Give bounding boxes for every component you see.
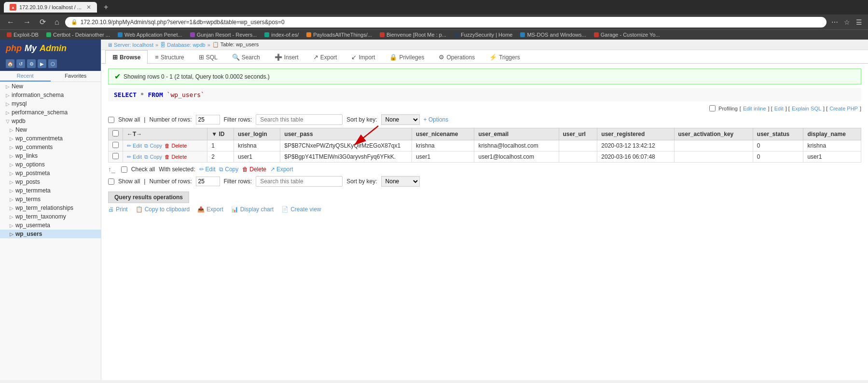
tab-triggers[interactable]: ⚡ Triggers: [482, 50, 527, 64]
bookmark-exploit-db[interactable]: Exploit-DB: [4, 31, 41, 39]
sidebar-settings-icon[interactable]: ⚙: [27, 59, 36, 68]
bookmark-fuzzysec[interactable]: FuzzySecurity | Home: [451, 31, 515, 39]
sort-by-key-select-top[interactable]: None: [381, 114, 420, 125]
sidebar-item-wp-termmeta[interactable]: ▷ wp_termmeta: [0, 186, 101, 195]
bookmark-rootme[interactable]: Bienvenue [Root Me : p...: [377, 31, 449, 39]
qr-print-button[interactable]: 🖨 Print: [108, 206, 128, 213]
sidebar-item-wp-posts[interactable]: ▷ wp_posts: [0, 178, 101, 186]
options-link[interactable]: + Options: [424, 116, 449, 123]
tab-export[interactable]: ↗ Export: [306, 50, 344, 64]
col-header-user-email[interactable]: user_email: [474, 128, 559, 140]
show-all-checkbox-top[interactable]: [108, 117, 114, 123]
col-header-user-activation-key[interactable]: user_activation_key: [674, 128, 753, 140]
sidebar-item-wp-commentmeta[interactable]: ▷ wp_commentmeta: [0, 134, 101, 143]
sidebar-item-wp-postmeta[interactable]: ▷ wp_postmeta: [0, 169, 101, 178]
copy-link-1[interactable]: ⧉ Copy: [144, 143, 162, 149]
tab-close-btn[interactable]: ✕: [86, 4, 91, 11]
ws-delete-button[interactable]: 🗑 Delete: [242, 166, 266, 173]
ws-edit-button[interactable]: ✏ Edit: [199, 166, 216, 173]
tab-operations[interactable]: ⚙ Operations: [431, 50, 482, 64]
sidebar-exit-icon[interactable]: ⬡: [48, 59, 57, 68]
back-button[interactable]: ←: [4, 17, 17, 27]
browser-tab[interactable]: ▲ 172.20.10.9 / localhost / ... ✕: [4, 2, 97, 13]
tab-search[interactable]: 🔍 Search: [225, 50, 267, 64]
sidebar-item-mysql[interactable]: ▷ mysql: [0, 99, 101, 108]
qr-create-view-button[interactable]: 📄 Create view: [281, 206, 321, 213]
row-select-checkbox-2[interactable]: [112, 153, 119, 159]
sidebar-item-information-schema[interactable]: ▷ information_schema: [0, 91, 101, 99]
sort-by-key-select-bottom[interactable]: None: [381, 176, 420, 187]
qr-export-button[interactable]: 📤 Export: [197, 206, 223, 213]
check-all-checkbox[interactable]: [121, 166, 127, 173]
bookmark-indexof[interactable]: index-of.es/: [262, 31, 302, 39]
row-checkbox-1[interactable]: [109, 140, 123, 151]
breadcrumb-database[interactable]: 🗄 Database: wpdb: [160, 42, 206, 48]
row-checkbox-2[interactable]: [109, 151, 123, 163]
edit-link[interactable]: Edit: [774, 106, 784, 111]
edit-link-1[interactable]: ✏ Edit: [127, 143, 142, 149]
ws-copy-button[interactable]: ⧉ Copy: [219, 166, 238, 173]
filter-rows-input-top[interactable]: [256, 114, 343, 125]
address-bar[interactable]: 🔒 172.20.10.9/phpMyAdmin/sql.php?server=…: [65, 17, 827, 27]
col-header-user-login[interactable]: user_login: [234, 128, 280, 140]
sidebar-item-performance-schema[interactable]: ▷ performance_schema: [0, 108, 101, 117]
bookmark-msdos[interactable]: MS-DOS and Windows...: [517, 31, 589, 39]
tab-import[interactable]: ↙ Import: [344, 50, 382, 64]
number-rows-input-bottom[interactable]: [196, 177, 220, 186]
tab-sql[interactable]: ⊞ SQL: [192, 50, 225, 64]
bookmark-garage[interactable]: Garage - Customize Yo...: [591, 31, 663, 39]
bookmark-button[interactable]: ☆: [842, 17, 852, 27]
sidebar-item-wp-links[interactable]: ▷ wp_links: [0, 151, 101, 160]
tab-insert[interactable]: ➕ Insert: [267, 50, 306, 64]
check-all-label[interactable]: Check all: [131, 166, 155, 173]
ws-export-button[interactable]: ↗ Export: [270, 166, 293, 173]
new-tab-button[interactable]: +: [101, 3, 111, 12]
sidebar-item-wp-term-relationships[interactable]: ▷ wp_term_relationships: [0, 204, 101, 212]
tab-browse[interactable]: ⊞ Browse: [105, 50, 148, 64]
qr-display-chart-button[interactable]: 📊 Display chart: [231, 206, 274, 213]
bookmark-certbot[interactable]: Certbot - Debianother ...: [43, 31, 113, 39]
col-header-display-name[interactable]: display_name: [803, 128, 861, 140]
sidebar-item-wp-comments[interactable]: ▷ wp_comments: [0, 143, 101, 151]
bookmark-payloads[interactable]: PayloadsAllTheThings/...: [303, 31, 375, 39]
col-header-user-nicename[interactable]: user_nicename: [412, 128, 474, 140]
bookmark-gunjan[interactable]: Gunjan Resort - Revers...: [187, 31, 260, 39]
sidebar-console-icon[interactable]: ▶: [38, 59, 46, 68]
sidebar-tab-recent[interactable]: Recent: [0, 71, 51, 82]
sidebar-item-wp-terms[interactable]: ▷ wp_terms: [0, 195, 101, 204]
breadcrumb-server[interactable]: 🖥 Server: localhost: [107, 42, 153, 48]
select-all-checkbox[interactable]: [112, 130, 119, 137]
sidebar-item-wpdb[interactable]: ▽ wpdb: [0, 117, 101, 125]
sidebar-item-wp-term-taxonomy[interactable]: ▷ wp_term_taxonomy: [0, 212, 101, 221]
create-php-link[interactable]: Create PHP: [829, 106, 858, 111]
delete-link-2[interactable]: 🗑 Delete: [165, 154, 187, 160]
delete-link-1[interactable]: 🗑 Delete: [165, 143, 187, 149]
col-header-user-pass[interactable]: user_pass: [280, 128, 412, 140]
show-all-checkbox-bottom[interactable]: [108, 178, 114, 185]
home-button[interactable]: ⌂: [52, 17, 62, 27]
qr-copy-clipboard-button[interactable]: 📋 Copy to clipboard: [136, 206, 190, 213]
filter-rows-input-bottom[interactable]: [256, 176, 343, 187]
sidebar-item-new-wpdb[interactable]: ▷ New: [0, 125, 101, 134]
sidebar-tab-favorites[interactable]: Favorites: [51, 71, 101, 82]
sidebar-refresh-icon[interactable]: ↺: [16, 59, 25, 68]
col-header-id[interactable]: ▼ ID: [207, 128, 234, 140]
col-header-user-registered[interactable]: user_registered: [597, 128, 674, 140]
number-rows-input-top[interactable]: [196, 115, 220, 124]
row-select-checkbox-1[interactable]: [112, 142, 119, 148]
profiling-checkbox[interactable]: [709, 105, 716, 111]
col-header-user-url[interactable]: user_url: [559, 128, 597, 140]
tab-structure[interactable]: ≡ Structure: [148, 50, 191, 64]
sidebar-home-icon[interactable]: 🏠: [6, 59, 14, 68]
edit-inline-link[interactable]: Edit inline: [743, 106, 766, 111]
tab-privileges[interactable]: 🔒 Privileges: [382, 50, 431, 64]
sidebar-item-wp-options[interactable]: ▷ wp_options: [0, 160, 101, 169]
col-header-user-status[interactable]: user_status: [753, 128, 803, 140]
sidebar-item-wp-usermeta[interactable]: ▷ wp_usermeta: [0, 221, 101, 230]
forward-button[interactable]: →: [20, 17, 34, 27]
reload-button[interactable]: ⟳: [37, 16, 49, 27]
explain-sql-link[interactable]: Explain SQL: [792, 106, 821, 111]
sidebar-item-new-top[interactable]: ▷ New: [0, 82, 101, 91]
copy-link-2[interactable]: ⧉ Copy: [144, 154, 162, 160]
edit-link-2[interactable]: ✏ Edit: [127, 154, 142, 160]
